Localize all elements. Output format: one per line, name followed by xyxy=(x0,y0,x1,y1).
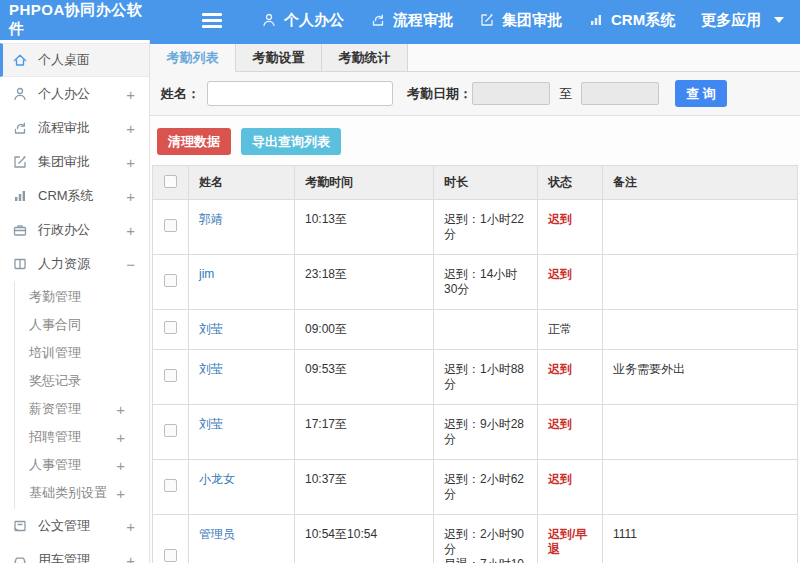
employee-name-link[interactable]: 郭靖 xyxy=(199,212,223,226)
home-icon xyxy=(12,52,29,69)
sidebar-subitem-6[interactable]: 人事管理+ xyxy=(15,451,149,479)
expand-icon[interactable]: + xyxy=(126,552,139,563)
date-from-input[interactable] xyxy=(472,82,550,105)
tab-2[interactable]: 考勤统计 xyxy=(322,44,408,71)
tab-1[interactable]: 考勤设置 xyxy=(236,44,322,71)
sidebar-subitem-2[interactable]: 培训管理 xyxy=(15,339,149,367)
sidebar-subitem-5[interactable]: 招聘管理+ xyxy=(15,423,149,451)
name-input[interactable] xyxy=(207,81,393,106)
menu-toggle-icon[interactable] xyxy=(202,13,222,28)
column-header-1: 考勤时间 xyxy=(295,166,434,200)
sidebar-subitem-1[interactable]: 人事合同 xyxy=(15,311,149,339)
topnav-item-3[interactable]: CRM系统 xyxy=(575,0,688,40)
flow-icon xyxy=(370,12,386,28)
sidebar-subitem-label: 基础类别设置 xyxy=(29,484,116,502)
expand-icon[interactable]: + xyxy=(126,518,139,535)
row-checkbox[interactable] xyxy=(164,321,177,334)
topnav-label: 集团审批 xyxy=(502,11,562,30)
sidebar-item-0[interactable]: 个人桌面 xyxy=(0,43,149,77)
cell-note xyxy=(603,255,798,310)
row-checkbox[interactable] xyxy=(164,219,177,232)
employee-name-link[interactable]: 刘莹 xyxy=(199,417,223,431)
sidebar-subitem-label: 薪资管理 xyxy=(29,400,116,418)
cell-note xyxy=(603,200,798,255)
query-button[interactable]: 查 询 xyxy=(675,80,727,107)
chart-icon xyxy=(588,12,604,28)
employee-name-link[interactable]: 管理员 xyxy=(199,527,235,541)
expand-icon[interactable]: + xyxy=(116,401,129,418)
expand-icon[interactable]: + xyxy=(116,485,129,502)
column-header-2: 时长 xyxy=(434,166,538,200)
row-checkbox[interactable] xyxy=(164,549,177,562)
sidebar-item-6[interactable]: 人力资源− xyxy=(0,247,149,281)
cell-status: 迟到 xyxy=(538,255,603,310)
clear-data-button[interactable]: 清理数据 xyxy=(157,128,231,155)
sidebar-item-label: 用车管理 xyxy=(38,551,126,563)
sidebar-item-2[interactable]: 流程审批+ xyxy=(0,111,149,145)
expand-icon[interactable]: + xyxy=(116,429,129,446)
sidebar-item-label: 公文管理 xyxy=(38,517,126,535)
employee-name-link[interactable]: 刘莹 xyxy=(199,322,223,336)
app-window: PHPOA协同办公软件 个人办公流程审批集团审批CRM系统更多应用 个人桌面个人… xyxy=(0,0,800,563)
row-checkbox[interactable] xyxy=(164,424,177,437)
sidebar-subitem-7[interactable]: 基础类别设置+ xyxy=(15,479,149,507)
sidebar-item-3[interactable]: 集团审批+ xyxy=(0,145,149,179)
sidebar-item-label: 个人办公 xyxy=(38,85,126,103)
sidebar-item-4[interactable]: CRM系统+ xyxy=(0,179,149,213)
row-checkbox-cell xyxy=(153,200,189,255)
sidebar-item-1[interactable]: 个人办公+ xyxy=(0,77,149,111)
status-badge: 迟到 xyxy=(548,267,572,281)
expand-icon[interactable]: + xyxy=(126,86,139,103)
topnav-item-2[interactable]: 集团审批 xyxy=(466,0,575,40)
collapse-icon[interactable]: − xyxy=(126,256,139,273)
column-header-3: 状态 xyxy=(538,166,603,200)
cell-time: 10:37至 xyxy=(295,460,434,515)
doc-icon xyxy=(12,518,29,535)
cell-status: 迟到 xyxy=(538,350,603,405)
row-checkbox[interactable] xyxy=(164,274,177,287)
employee-name-link[interactable]: jim xyxy=(199,267,214,281)
expand-icon[interactable]: + xyxy=(126,120,139,137)
row-checkbox-cell xyxy=(153,350,189,405)
topnav-item-1[interactable]: 流程审批 xyxy=(357,0,466,40)
row-checkbox[interactable] xyxy=(164,479,177,492)
select-all-checkbox[interactable] xyxy=(164,175,177,188)
sidebar-subitem-4[interactable]: 薪资管理+ xyxy=(15,395,149,423)
topnav-label: CRM系统 xyxy=(611,11,675,30)
expand-icon[interactable]: + xyxy=(126,154,139,171)
sidebar-item-label: 人力资源 xyxy=(38,255,126,273)
topnav-item-4[interactable]: 更多应用 xyxy=(688,0,797,40)
expand-icon[interactable]: + xyxy=(116,457,129,474)
cell-duration xyxy=(434,310,538,350)
export-list-button[interactable]: 导出查询列表 xyxy=(241,128,341,155)
date-to-input[interactable] xyxy=(581,82,659,105)
sidebar-item-5[interactable]: 行政办公+ xyxy=(0,213,149,247)
sidebar-subitem-3[interactable]: 奖惩记录 xyxy=(15,367,149,395)
row-checkbox[interactable] xyxy=(164,369,177,382)
tab-0[interactable]: 考勤列表 xyxy=(150,44,236,72)
cell-name: 刘莹 xyxy=(189,350,295,405)
cell-duration: 迟到：1小时88分 xyxy=(434,350,538,405)
expand-icon[interactable]: + xyxy=(126,188,139,205)
cell-time: 17:17至 xyxy=(295,405,434,460)
cell-note xyxy=(603,460,798,515)
cell-status: 正常 xyxy=(538,310,603,350)
sidebar-subitem-label: 培训管理 xyxy=(29,344,129,362)
sidebar-submenu: 考勤管理人事合同培训管理奖惩记录薪资管理+招聘管理+人事管理+基础类别设置+ xyxy=(14,281,149,509)
cell-name: 小龙女 xyxy=(189,460,295,515)
status-badge: 迟到 xyxy=(548,472,572,486)
topnav-item-0[interactable]: 个人办公 xyxy=(248,0,357,40)
cell-duration: 迟到：14小时30分 xyxy=(434,255,538,310)
table-row-2: 刘莹09:00至正常 xyxy=(153,310,798,350)
employee-name-link[interactable]: 小龙女 xyxy=(199,472,235,486)
sidebar-subitem-0[interactable]: 考勤管理 xyxy=(15,283,149,311)
expand-icon[interactable]: + xyxy=(126,222,139,239)
cell-status: 迟到/早退 xyxy=(538,515,603,563)
cell-note: 1111 xyxy=(603,515,798,563)
status-badge: 迟到 xyxy=(548,362,572,376)
employee-name-link[interactable]: 刘莹 xyxy=(199,362,223,376)
column-header-0: 姓名 xyxy=(189,166,295,200)
sidebar-item-7[interactable]: 公文管理+ xyxy=(0,509,149,543)
name-label: 姓名： xyxy=(161,85,200,103)
sidebar-item-8[interactable]: 用车管理+ xyxy=(0,543,149,563)
